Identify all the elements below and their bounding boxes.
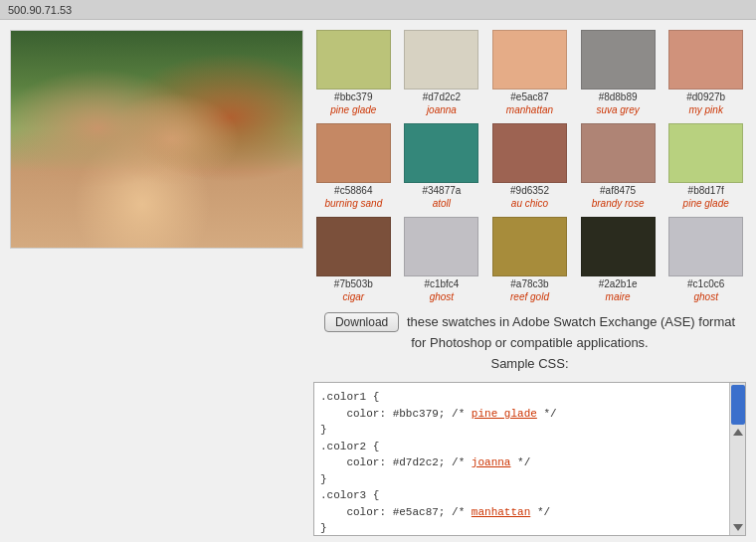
download-description: these swatches in Adobe Swatch Exchange … <box>403 314 735 350</box>
css-lines: .color1 { color: #bbc379; /* pine glade … <box>320 389 727 536</box>
swatch-name-label: ghost <box>430 291 454 302</box>
swatch-name-label: joanna <box>427 104 457 115</box>
swatch-name-label: pine glade <box>330 104 376 115</box>
swatch-hex-label: #34877a <box>422 185 461 196</box>
swatch-hex-label: #af8475 <box>600 185 636 196</box>
css-line: .color1 { <box>320 389 727 406</box>
swatch-name-label: ghost <box>693 291 717 302</box>
swatch-hex-label: #7b503b <box>334 278 373 289</box>
swatch-item: #d0927bmy pink <box>665 30 746 115</box>
swatch-item: #af8475brandy rose <box>578 123 659 209</box>
swatch-item: #7b503bcigar <box>313 217 394 302</box>
swatch-name-label: reef gold <box>510 291 549 302</box>
swatch-color-box[interactable] <box>581 123 656 183</box>
swatch-name-label: brandy rose <box>592 198 645 209</box>
swatch-hex-label: #e5ac87 <box>510 91 548 102</box>
swatch-hex-label: #d0927b <box>686 91 725 102</box>
swatch-hex-label: #8d8b89 <box>599 91 638 102</box>
css-line: } <box>320 471 727 488</box>
top-bar: 500.90.71.53 <box>0 0 756 20</box>
swatch-item: #a78c3breef gold <box>489 217 570 302</box>
css-line: .color3 { <box>320 487 727 504</box>
swatch-name-label: burning sand <box>324 198 382 209</box>
main-container: #bbc379pine glade#d7d2c2joanna#e5ac87man… <box>0 20 756 542</box>
right-panel: #bbc379pine glade#d7d2c2joanna#e5ac87man… <box>313 30 746 536</box>
swatch-color-box[interactable] <box>581 217 656 276</box>
css-line: } <box>320 520 727 536</box>
swatch-item: #e5ac87manhattan <box>489 30 570 115</box>
swatch-hex-label: #c1c0c6 <box>687 278 724 289</box>
swatch-name-label: au chico <box>511 198 548 209</box>
swatch-item: #bbc379pine glade <box>313 30 394 115</box>
swatch-item: #c1bfc4ghost <box>402 217 482 302</box>
swatch-hex-label: #b8d17f <box>688 185 724 196</box>
css-line: color: #e5ac87; /* manhattan */ <box>320 504 727 521</box>
swatch-hex-label: #2a2b1e <box>599 278 638 289</box>
swatch-item: #c1c0c6ghost <box>665 217 746 302</box>
swatch-hex-label: #bbc379 <box>334 91 372 102</box>
swatch-color-box[interactable] <box>316 217 391 276</box>
swatch-name-label: manhattan <box>506 104 553 115</box>
css-code-block[interactable]: .color1 { color: #bbc379; /* pine glade … <box>313 382 746 536</box>
download-section: Download these swatches in Adobe Swatch … <box>313 312 746 374</box>
swatch-name-label: maire <box>606 291 631 302</box>
swatch-color-box[interactable] <box>492 123 567 183</box>
swatch-color-box[interactable] <box>668 123 743 183</box>
swatch-item: #d7d2c2joanna <box>402 30 482 115</box>
swatch-item: #9d6352au chico <box>489 123 570 209</box>
swatch-item: #2a2b1emaire <box>578 217 659 302</box>
swatches-grid: #bbc379pine glade#d7d2c2joanna#e5ac87man… <box>313 30 746 302</box>
swatch-color-box[interactable] <box>404 30 478 90</box>
scrollbar-arrow-down[interactable] <box>733 524 743 531</box>
swatch-color-box[interactable] <box>581 30 656 90</box>
download-button[interactable]: Download <box>324 312 399 332</box>
swatch-hex-label: #9d6352 <box>510 185 549 196</box>
swatch-color-box[interactable] <box>668 30 743 90</box>
left-panel <box>10 30 303 536</box>
swatch-item: #8d8b89suva grey <box>578 30 659 115</box>
photo <box>10 30 303 249</box>
swatch-item: #b8d17fpine glade <box>665 123 746 209</box>
swatch-color-box[interactable] <box>316 30 391 90</box>
swatch-hex-label: #a78c3b <box>510 278 548 289</box>
swatch-hex-label: #c58864 <box>334 185 372 196</box>
scrollbar-arrow-up[interactable] <box>733 429 743 436</box>
swatch-item: #34877aatoll <box>402 123 482 209</box>
css-line: color: #d7d2c2; /* joanna */ <box>320 454 727 471</box>
css-title: Sample CSS: <box>490 356 568 371</box>
swatch-hex-label: #c1bfc4 <box>424 278 459 289</box>
swatch-name-label: atoll <box>433 198 451 209</box>
swatch-name-label: suva grey <box>596 104 639 115</box>
swatch-color-box[interactable] <box>668 217 743 276</box>
css-line: } <box>320 422 727 439</box>
swatch-name-label: my pink <box>688 104 722 115</box>
swatch-color-box[interactable] <box>316 123 391 183</box>
swatch-hex-label: #d7d2c2 <box>423 91 461 102</box>
swatch-color-box[interactable] <box>404 217 478 276</box>
swatch-color-box[interactable] <box>404 123 478 183</box>
photo-content <box>11 31 302 248</box>
swatch-name-label: cigar <box>342 291 364 302</box>
scrollbar-thumb[interactable] <box>731 385 745 425</box>
swatch-color-box[interactable] <box>492 217 567 276</box>
swatch-name-label: pine glade <box>683 198 729 209</box>
swatch-color-box[interactable] <box>492 30 567 90</box>
css-line: color: #bbc379; /* pine glade */ <box>320 406 727 423</box>
photo-background <box>11 31 302 248</box>
swatch-item: #c58864burning sand <box>313 123 394 209</box>
css-line: .color2 { <box>320 439 727 455</box>
top-bar-text: 500.90.71.53 <box>8 4 72 16</box>
scrollbar[interactable] <box>729 383 745 535</box>
